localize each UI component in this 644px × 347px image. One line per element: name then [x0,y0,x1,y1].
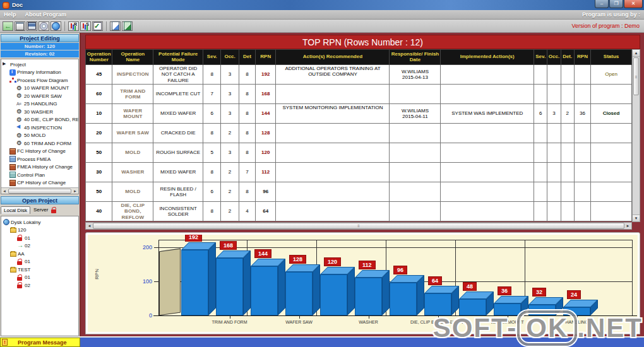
project-tree-item[interactable]: 10 WAFER MOUNT [3,85,78,93]
scroll-right-arrow-icon[interactable]: ► [624,224,631,228]
project-tree-item-label: Project [10,62,26,68]
bar-front-face [285,272,313,315]
scroll-left-arrow-icon[interactable]: ◄ [1,189,8,193]
open-tree-item[interactable]: 120 [3,226,78,235]
chart-bar [285,264,320,315]
project-tree-panel: ProjectPrimary InformationProcess Flow D… [1,59,79,194]
table-row[interactable]: 45INSPECTIONOPERATOR DID NOT CATCH A FAI… [86,65,632,85]
table-hscrollbar[interactable]: ◄ ≡ ► [85,222,632,230]
checkbox-icon[interactable] [92,21,103,31]
project-tree-item[interactable]: 50 MOLD [3,132,78,140]
window-minimize-button[interactable]: – [595,0,609,8]
open-tree-item[interactable]: 02 [3,281,78,290]
column-header: Potential Failure Mode [153,50,203,65]
project-tree-item[interactable]: Process FMEA [3,155,78,163]
table-cell: 3 [221,104,239,124]
bar-side-face [313,264,320,315]
disc-icon[interactable] [39,21,49,31]
chart-s-icon[interactable]: S [80,21,91,31]
project-tree-item[interactable]: Primary Information [3,69,78,77]
project-tree-item[interactable]: Process Flow Diagram [3,76,78,85]
project-tree-hscrollbar[interactable]: ◄ ► [1,187,78,194]
menu-about-program[interactable]: About Program [25,11,67,18]
table-row[interactable]: 60TRIM AND FORMINCOMPLETE CUT738168 [86,85,632,104]
scrollbar-thumb[interactable]: ≡ [633,57,639,95]
table-cell: 3 [547,104,561,124]
scroll-left-arrow-icon[interactable]: ◄ [86,224,93,228]
table-cell: 3 [221,65,239,85]
table-row[interactable]: 50MOLDROUGH SURFACE538120 [86,143,632,163]
project-tree-item-label: FMEA History of Change [17,164,73,170]
bar-side-face [347,267,355,315]
table-row[interactable]: 50MOLDRESIN BLEED / FLASH62896 [86,182,632,202]
open-tree-item[interactable]: 01 [3,258,78,266]
tab-server[interactable]: Server [33,207,49,213]
bar-value-label: 64 [428,276,442,285]
open-tree-item[interactable]: 01 [3,234,78,242]
status-badge: Open [591,65,632,85]
table-cell [534,202,547,221]
scrollbar-thumb[interactable]: ≡ [93,223,624,229]
gear-icon [16,93,23,99]
globe-icon[interactable] [51,21,61,31]
bar-value-label: 128 [289,255,306,264]
table-cell: 96 [256,182,276,202]
table-row[interactable]: 40DIE, CLIP BOND, REFLOWINCONSISTENT SOL… [86,202,632,221]
tab-local-disk[interactable]: Local Disk [1,206,30,214]
table-cell: 2 [221,202,239,221]
project-tree-item[interactable]: Project [3,61,78,69]
scroll-up-arrow-icon[interactable]: ▲ [633,50,640,57]
page-blue-icon[interactable] [110,21,121,31]
status-badge [591,124,632,143]
table-row[interactable]: 10WAFER MOUNTMIXED WAFER638144SYSTEM MON… [86,104,632,124]
project-tree-item[interactable]: Control Plan [3,171,78,179]
project-tree-item[interactable]: 25 HANDLING [3,100,78,109]
scrollbar-thumb[interactable] [8,189,71,194]
project-tree-item[interactable]: 20 WAFER SAW [3,92,78,100]
table-row[interactable]: 20WAFER SAWCRACKED DIE828128 [86,124,632,143]
project-tree-item[interactable]: FMEA History of Change [3,163,78,172]
table-vscrollbar[interactable]: ▲ ≡ ▼ [632,49,640,222]
project-editing-header: Project Editing [1,34,79,42]
table-cell: OPERATOR DID NOT CATCH A FAILURE [153,65,203,85]
table-cell: 50 [86,143,112,163]
open-tree-item[interactable]: 01 [3,274,78,282]
bar-front-face [320,274,347,315]
project-tree-item[interactable]: CP History of Change [3,179,78,187]
page-green-icon[interactable] [122,21,133,31]
menu-bar: Help About Program Program is using by : [0,10,644,20]
table-cell: 50 [86,182,112,202]
open-tree-item[interactable]: 02 [3,242,78,250]
table-row[interactable]: 30WASHERMIXED WAFER827112 [86,163,632,182]
window-close-button[interactable]: ✕ [624,0,643,8]
open-tree-item[interactable]: AA [3,250,78,258]
column-header: Responsible/ Finish Date [390,50,441,65]
table-cell [547,124,561,143]
column-header: Operation Number [86,50,112,65]
table-cell: ROUGH SURFACE [153,143,203,163]
open-tree-item[interactable]: TEST [3,266,78,274]
project-tree-item[interactable]: 60 TRIM AND FORM [3,139,78,148]
status-badge: Closed [591,104,632,124]
table-cell: 8 [239,104,255,124]
triangle-right-icon [3,61,9,68]
project-tree-item[interactable]: 40 DIE, CLIP BOND, RE [3,116,78,124]
scroll-down-arrow-icon[interactable]: ▼ [633,215,640,221]
window-maximize-button[interactable]: ❐ [609,0,623,8]
y-tick-mark [154,281,158,282]
doc-red-icon [9,180,16,186]
save-icon[interactable] [27,21,37,31]
chart-r-icon[interactable]: R [68,21,79,31]
project-tree-item[interactable]: 30 WASHER [3,108,78,116]
watermark: SOFT-OK.NET [433,310,643,346]
scroll-right-arrow-icon[interactable]: ► [72,189,78,193]
table-cell [441,163,534,182]
table-cell [534,163,547,182]
project-tree-item[interactable]: 45 INSPECTION [3,124,78,132]
open-tree-item[interactable]: Dysk Lokalny [3,218,78,226]
project-tree-item[interactable]: FC History of Change [3,148,78,156]
menu-help[interactable]: Help [4,11,16,18]
back-icon[interactable]: ← [3,21,13,31]
bar-side-face [382,270,390,315]
window-icon[interactable] [15,21,25,31]
